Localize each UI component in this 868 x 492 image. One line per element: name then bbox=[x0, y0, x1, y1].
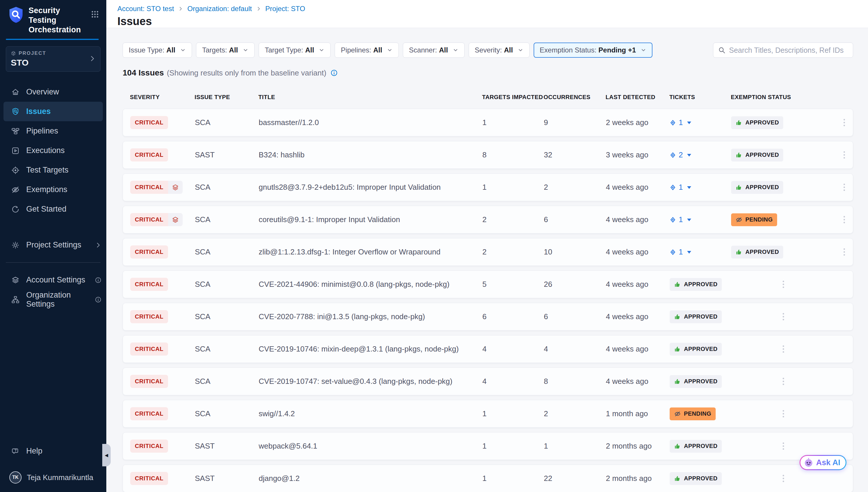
filter-dropdown[interactable]: Issue Type: All bbox=[123, 43, 192, 58]
ticket-caret-icon[interactable] bbox=[687, 251, 691, 255]
sidebar-item-test-targets[interactable]: Test Targets bbox=[0, 160, 106, 180]
sidebar-item-exemptions[interactable]: Exemptions bbox=[0, 180, 106, 199]
column-header: TARGETS IMPACTED bbox=[482, 94, 544, 101]
ticket-caret-icon[interactable] bbox=[687, 219, 691, 223]
issue-row[interactable]: CRITICAL SCA CVE-2019-10747: set-value@0… bbox=[123, 368, 853, 395]
issue-type-cell: SCA bbox=[195, 345, 259, 353]
ask-ai-button[interactable]: Ask AI bbox=[799, 455, 846, 470]
tickets-cell[interactable]: 2 bbox=[669, 150, 731, 159]
ticket-caret-icon[interactable] bbox=[687, 154, 691, 158]
breadcrumb-org-link[interactable]: Organization: default bbox=[187, 5, 252, 13]
row-menu-kebab[interactable] bbox=[841, 149, 847, 161]
filter-dropdown[interactable]: Scanner: All bbox=[403, 43, 465, 58]
filter-dropdown[interactable]: Pipelines: All bbox=[335, 43, 399, 58]
row-menu-kebab[interactable] bbox=[780, 343, 786, 355]
column-header: ISSUE TYPE bbox=[194, 94, 258, 101]
issue-title-cell: gnutls28@3.7.9-2+deb12u5: Improper Input… bbox=[259, 183, 482, 192]
issue-row[interactable]: CRITICAL SAST webpack@5.64.1 1 1 2 month… bbox=[123, 432, 853, 460]
sidebar-item-overview[interactable]: Overview bbox=[0, 82, 106, 102]
page-title: Issues bbox=[117, 15, 868, 28]
issue-title-cell: swig//1.4.2 bbox=[259, 409, 482, 418]
severity-badge: CRITICAL bbox=[130, 310, 168, 323]
sidebar-item-account-settings[interactable]: Account Settings bbox=[0, 270, 106, 290]
sidebar-item-help[interactable]: Help bbox=[0, 441, 106, 461]
exemption-status-badge: APPROVED bbox=[731, 149, 783, 162]
last-detected-cell: 4 weeks ago bbox=[606, 312, 669, 321]
exemption-cell: APPROVED bbox=[731, 149, 836, 162]
filter-label: Target Type: bbox=[265, 46, 303, 54]
sidebar-item-organization-settings[interactable]: Organization Settings bbox=[0, 290, 106, 309]
breadcrumb-account-link[interactable]: Account: STO test bbox=[117, 5, 174, 13]
project-name: STO bbox=[11, 58, 96, 68]
issue-row[interactable]: CRITICAL SAST B324: hashlib 8 32 3 weeks… bbox=[123, 141, 853, 169]
sidebar-item-pipelines[interactable]: Pipelines bbox=[0, 121, 106, 141]
issue-row[interactable]: CRITICAL SCA gnutls28@3.7.9-2+deb12u5: I… bbox=[123, 173, 853, 201]
row-menu-kebab[interactable] bbox=[780, 408, 786, 420]
search-input[interactable] bbox=[729, 46, 848, 54]
issue-title-cell: webpack@5.64.1 bbox=[259, 442, 482, 451]
exemption-cell: APPROVED bbox=[731, 181, 836, 194]
row-menu-kebab[interactable] bbox=[780, 278, 786, 290]
thumbs-up-icon bbox=[674, 475, 681, 482]
issue-row[interactable]: CRITICAL SCA CVE-2020-7788: ini@1.3.5 (l… bbox=[123, 303, 853, 330]
targets-impacted-cell: 4 bbox=[482, 377, 544, 386]
user-menu[interactable]: TK Teja Kummarikuntla bbox=[0, 469, 106, 486]
ticket-diamond-icon bbox=[669, 183, 676, 191]
filter-dropdown[interactable]: Target Type: All bbox=[259, 43, 331, 58]
sidebar-item-project-settings[interactable]: Project Settings bbox=[0, 235, 106, 255]
last-detected-cell: 4 weeks ago bbox=[606, 377, 669, 386]
issue-type-cell: SCA bbox=[195, 377, 259, 386]
issues-count: 104 Issues bbox=[123, 68, 164, 77]
exemption-status-badge: APPROVED bbox=[731, 116, 783, 129]
issue-row[interactable]: CRITICAL SCA coreutils@9.1-1: Improper I… bbox=[123, 206, 853, 233]
row-menu-kebab[interactable] bbox=[841, 214, 847, 226]
issue-row[interactable]: CRITICAL SCA CVE-2021-44906: minimist@0.… bbox=[123, 270, 853, 298]
thumbs-up-icon bbox=[674, 346, 681, 353]
ticket-caret-icon[interactable] bbox=[687, 186, 691, 191]
tickets-cell[interactable]: 1 bbox=[669, 118, 731, 127]
row-menu-kebab[interactable] bbox=[780, 472, 786, 485]
issue-row[interactable]: CRITICAL SCA swig//1.4.2 1 2 1 month ago… bbox=[123, 400, 853, 427]
tickets-cell[interactable]: 1 bbox=[669, 183, 731, 192]
ticket-count: 2 bbox=[679, 150, 683, 159]
filter-dropdown[interactable]: Exemption Status: Pending +1 bbox=[534, 43, 653, 58]
issue-row[interactable]: CRITICAL SCA CVE-2019-10746: mixin-deep@… bbox=[123, 335, 853, 363]
row-menu-kebab[interactable] bbox=[841, 246, 847, 258]
tickets-cell[interactable]: 1 bbox=[669, 247, 731, 256]
ticket-count: 1 bbox=[679, 183, 683, 192]
issue-row[interactable]: CRITICAL SCA zlib@1:1.2.13.dfsg-1: Integ… bbox=[123, 238, 853, 266]
exemption-cell: APPROVED bbox=[669, 440, 731, 453]
info-icon[interactable] bbox=[330, 69, 338, 77]
exemption-status-label: APPROVED bbox=[745, 152, 779, 158]
sto-issues-page: Security Testing Orchestration PROJECT S… bbox=[0, 0, 868, 492]
issue-row[interactable]: CRITICAL SCA bassmaster//1.2.0 1 9 2 wee… bbox=[123, 109, 853, 137]
severity-cell: CRITICAL bbox=[130, 278, 168, 291]
info-icon[interactable] bbox=[95, 277, 102, 284]
filter-dropdown[interactable]: Severity: All bbox=[469, 43, 529, 58]
last-detected-cell: 4 weeks ago bbox=[606, 280, 669, 289]
row-menu-kebab[interactable] bbox=[841, 117, 847, 128]
sidebar-item-issues[interactable]: Issues bbox=[3, 102, 103, 121]
sidebar-item-get-started[interactable]: Get Started bbox=[0, 199, 106, 219]
row-menu-kebab[interactable] bbox=[780, 311, 786, 323]
ticket-caret-icon[interactable] bbox=[687, 122, 691, 126]
project-selector[interactable]: PROJECT STO bbox=[6, 46, 101, 72]
sidebar-collapse-handle[interactable]: ◀ bbox=[102, 444, 111, 466]
tickets-cell[interactable]: 1 bbox=[669, 215, 731, 224]
filter-dropdown[interactable]: Targets: All bbox=[196, 43, 255, 58]
sidebar-item-executions[interactable]: Executions bbox=[0, 141, 106, 160]
exemption-status-badge: APPROVED bbox=[669, 375, 722, 388]
module-accent-bar bbox=[6, 39, 99, 40]
ticket-diamond-icon bbox=[669, 248, 676, 256]
info-icon[interactable] bbox=[95, 296, 102, 303]
app-grid-icon[interactable] bbox=[90, 10, 99, 20]
sidebar-item-label: Get Started bbox=[26, 205, 67, 214]
breadcrumb-project-link[interactable]: Project: STO bbox=[265, 5, 305, 13]
target-icon bbox=[11, 166, 20, 175]
eye-off-icon bbox=[674, 410, 681, 417]
row-menu-kebab[interactable] bbox=[780, 440, 786, 452]
row-menu-kebab[interactable] bbox=[780, 375, 786, 387]
row-menu-kebab[interactable] bbox=[841, 181, 847, 193]
sidebar-item-label: Organization Settings bbox=[26, 291, 88, 309]
issue-row[interactable]: CRITICAL SAST django@1.2 1 22 2 months a… bbox=[123, 465, 853, 492]
